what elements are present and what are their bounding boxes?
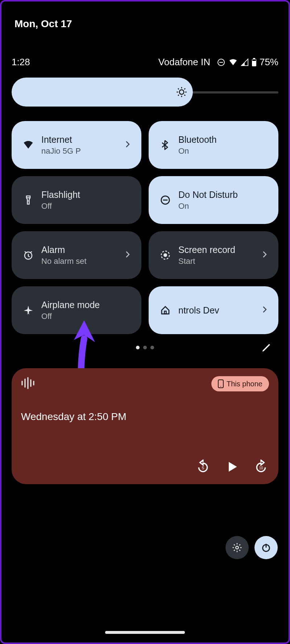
record-icon	[157, 250, 173, 261]
chevron-right-icon	[260, 305, 271, 315]
chevron-right-icon	[123, 140, 134, 150]
media-player-card[interactable]: This phone Wednesday at 2:50 PM 5 10	[12, 368, 278, 484]
status-carrier: Vodafone IN	[158, 57, 210, 68]
pager-dot[interactable]	[136, 346, 140, 349]
media-title: Wednesday at 2:50 PM	[21, 411, 269, 423]
tile-subtitle: On	[178, 201, 271, 211]
edit-tiles-button[interactable]	[261, 342, 272, 354]
flashlight-icon	[20, 195, 36, 205]
home-icon	[157, 305, 173, 316]
svg-text:10: 10	[259, 466, 263, 470]
tile-title: Screen record	[178, 245, 260, 255]
tile-title: Airplane mode	[41, 300, 134, 310]
brightness-fill	[12, 78, 193, 107]
rewind-icon: 5	[196, 460, 210, 474]
wifi-icon	[20, 140, 36, 150]
svg-point-5	[179, 90, 184, 95]
tile-internet[interactable]: InternetnaJio 5G P	[12, 121, 141, 169]
brightness-icon	[176, 87, 187, 97]
power-icon	[261, 543, 271, 553]
brightness-slider[interactable]	[12, 78, 278, 107]
page-indicator	[1, 346, 289, 349]
rewind-5-button[interactable]: 5	[196, 460, 210, 475]
tile-title: Bluetooth	[178, 134, 271, 145]
svg-line-13	[185, 88, 186, 90]
svg-line-10	[178, 88, 179, 90]
airplane-icon	[20, 305, 36, 316]
tile-dnd[interactable]: Do Not DisturbOn	[149, 176, 278, 224]
wifi-status-icon	[228, 58, 238, 67]
svg-rect-4	[252, 59, 256, 61]
tile-devctrls[interactable]: ntrols Dev	[149, 286, 278, 334]
tile-subtitle: Start	[178, 257, 260, 266]
settings-button[interactable]	[225, 536, 249, 559]
signal-status-icon	[241, 58, 249, 66]
media-output-chip[interactable]: This phone	[211, 376, 269, 391]
gear-icon	[232, 542, 243, 553]
svg-line-11	[185, 95, 186, 96]
play-icon	[225, 460, 239, 473]
tile-title: Do Not Disturb	[178, 190, 271, 200]
svg-point-20	[220, 386, 221, 387]
power-button[interactable]	[254, 536, 278, 559]
svg-point-23	[236, 546, 239, 549]
forward-icon: 10	[254, 460, 268, 474]
tile-subtitle: Off	[41, 312, 134, 321]
svg-rect-3	[253, 58, 255, 59]
tile-airplane[interactable]: Airplane modeOff	[12, 286, 141, 334]
tile-screenrec[interactable]: Screen recordStart	[149, 231, 278, 279]
svg-text:5: 5	[202, 465, 204, 470]
audio-wave-icon	[21, 377, 36, 391]
tile-flashlight[interactable]: FlashlightOff	[12, 176, 141, 224]
phone-icon	[218, 379, 224, 388]
svg-line-12	[178, 95, 179, 96]
chevron-right-icon	[260, 250, 271, 260]
pager-dot[interactable]	[150, 346, 154, 349]
alarm-icon	[20, 250, 36, 261]
play-button[interactable]	[225, 460, 239, 475]
pencil-icon	[261, 342, 272, 353]
bluetooth-icon	[157, 140, 173, 150]
tile-bluetooth[interactable]: BluetoothOn	[149, 121, 278, 169]
status-bar: 1:28 Vodafone IN 75%	[12, 57, 278, 68]
tile-title: Alarm	[41, 245, 123, 255]
forward-10-button[interactable]: 10	[254, 460, 268, 475]
dnd-status-icon	[217, 58, 225, 67]
dnd-icon	[157, 195, 173, 205]
tile-title: Flashlight	[41, 190, 134, 200]
chevron-right-icon	[123, 250, 134, 260]
status-time: 1:28	[12, 57, 30, 68]
tile-title: Internet	[41, 134, 123, 145]
tile-subtitle: On	[178, 146, 271, 156]
battery-status-icon	[252, 58, 257, 67]
nav-handle[interactable]	[105, 631, 185, 634]
tile-subtitle: naJio 5G P	[41, 146, 123, 156]
media-output-label: This phone	[227, 380, 262, 388]
date-label: Mon, Oct 17	[14, 18, 72, 30]
tile-title: ntrols Dev	[178, 305, 260, 316]
tile-subtitle: Off	[41, 201, 134, 211]
tile-alarm[interactable]: AlarmNo alarm set	[12, 231, 141, 279]
pager-dot[interactable]	[143, 346, 147, 349]
tile-subtitle: No alarm set	[41, 257, 123, 266]
battery-percent: 75%	[260, 57, 278, 68]
quick-tiles: InternetnaJio 5G PBluetoothOnFlashlightO…	[12, 121, 278, 334]
